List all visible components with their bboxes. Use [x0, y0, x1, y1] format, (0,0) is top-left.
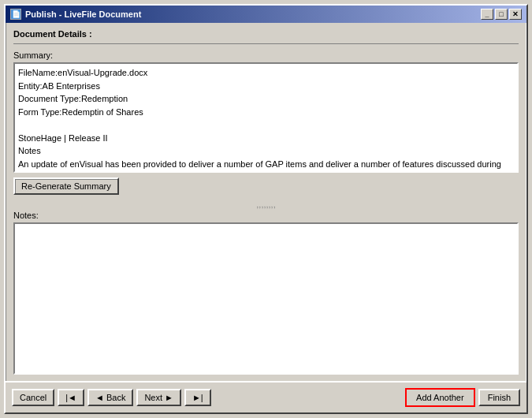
notes-label: Notes: [13, 211, 519, 220]
summary-text: FileName:enVisual-Upgrade.docx Entity:AB… [18, 68, 504, 173]
window-title: Publish - LiveFile Document [25, 9, 141, 19]
section-label: Document Details : [13, 29, 519, 39]
summary-box[interactable]: FileName:enVisual-Upgrade.docx Entity:AB… [13, 62, 519, 173]
maximize-button[interactable]: □ [495, 9, 508, 20]
separator-dots: ,,,,,,,, [13, 200, 519, 209]
back-button[interactable]: ◄ Back [87, 389, 133, 406]
title-bar: 📄 Publish - LiveFile Document _ □ ✕ [6, 6, 526, 23]
bottom-right: Add Another Finish [405, 388, 520, 407]
summary-label: Summary: [13, 50, 519, 60]
regen-summary-button[interactable]: Re-Generate Summary [13, 177, 119, 195]
bottom-left: Cancel |◄ ◄ Back Next ► ►| [12, 389, 211, 406]
main-window: 📄 Publish - LiveFile Document _ □ ✕ Docu… [4, 4, 528, 414]
finish-button[interactable]: Finish [478, 389, 520, 406]
last-button[interactable]: ►| [184, 389, 211, 406]
close-button[interactable]: ✕ [509, 9, 522, 20]
title-bar-buttons: _ □ ✕ [481, 9, 522, 20]
notes-section: Notes: [13, 211, 519, 375]
title-bar-left: 📄 Publish - LiveFile Document [10, 9, 141, 20]
notes-box[interactable] [13, 222, 519, 375]
cancel-button[interactable]: Cancel [12, 389, 54, 406]
add-another-button[interactable]: Add Another [405, 388, 475, 407]
minimize-button[interactable]: _ [481, 9, 493, 20]
window-icon: 📄 [10, 9, 21, 20]
window-content: Document Details : Summary: FileName:enV… [6, 23, 526, 381]
first-button[interactable]: |◄ [58, 389, 84, 406]
next-button[interactable]: Next ► [136, 389, 181, 406]
bottom-bar: Cancel |◄ ◄ Back Next ► ►| Add Another F… [6, 381, 526, 412]
divider [13, 43, 519, 44]
